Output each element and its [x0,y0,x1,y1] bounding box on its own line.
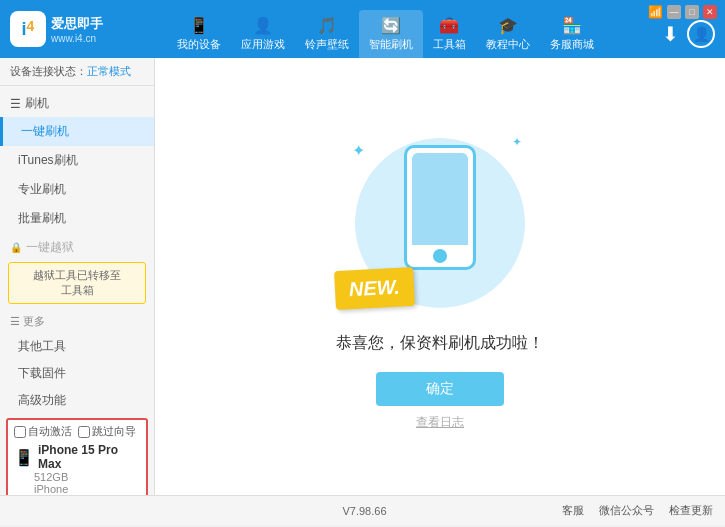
footer: V7.98.66 客服 微信公众号 检查更新 [0,495,725,525]
nav-item-ringtones[interactable]: 🎵 铃声壁纸 [295,10,359,58]
nav-item-service[interactable]: 🏪 务服商城 [540,10,604,58]
sidebar: 设备连接状态：正常模式 ☰ 刷机 一键刷机 iTunes刷机 专业刷机 批量刷机… [0,58,155,495]
footer-version: V7.98.66 [167,505,562,517]
logo-text: 爱思即手 www.i4.cn [51,15,103,44]
success-text: 恭喜您，保资料刷机成功啦！ [336,333,544,354]
footer-wechat-link[interactable]: 微信公众号 [599,503,654,518]
phone-shape [404,145,476,270]
auto-activate-checkbox[interactable] [14,426,26,438]
sparkle-icon-2: ✦ [512,135,522,149]
nav-item-my-device[interactable]: 📱 我的设备 [167,10,231,58]
wifi-icon: 📶 [648,5,663,19]
sidebar-item-download-firmware[interactable]: 下载固件 [0,360,154,387]
sidebar-item-advanced[interactable]: 高级功能 [0,387,154,414]
device-type: iPhone [14,483,140,495]
device-checkboxes: 自动激活 跳过向导 [14,424,140,439]
window-controls: 📶 — □ ✕ [648,5,717,19]
flash-section-header: ☰ 刷机 [0,90,154,117]
confirm-button[interactable]: 确定 [376,372,504,406]
nav-item-tutorial[interactable]: 🎓 教程中心 [476,10,540,58]
sidebar-item-other-tools[interactable]: 其他工具 [0,333,154,360]
device-section: 自动激活 跳过向导 📱 iPhone 15 Pro Max 512GB iPho… [6,418,148,495]
nav-item-smart-flash[interactable]: 🔄 智能刷机 [359,10,423,58]
auto-activate-label[interactable]: 自动激活 [14,424,72,439]
logo: i 4 爱思即手 www.i4.cn [10,11,103,47]
jailbreak-section: 🔒 一键越狱 越狱工具已转移至 工具箱 [0,235,154,306]
footer-update-link[interactable]: 检查更新 [669,503,713,518]
download-icon[interactable]: ⬇ [662,22,679,46]
view-log-link[interactable]: 查看日志 [416,414,464,431]
flash-section: ☰ 刷机 一键刷机 iTunes刷机 专业刷机 批量刷机 [0,90,154,233]
jailbreak-notice: 越狱工具已转移至 工具箱 [8,262,146,304]
more-section-header: ☰ 更多 [0,310,154,333]
sidebar-item-itunes-flash[interactable]: iTunes刷机 [0,146,154,175]
maximize-button[interactable]: □ [685,5,699,19]
nav-item-apps[interactable]: 👤 应用游戏 [231,10,295,58]
guide-activation-checkbox[interactable] [78,426,90,438]
sidebar-item-pro-flash[interactable]: 专业刷机 [0,175,154,204]
footer-links: 客服 微信公众号 检查更新 [562,503,713,518]
jailbreak-header: 🔒 一键越狱 [0,235,154,260]
header: 📶 — □ ✕ i 4 爱思即手 www.i4.cn 📱 我的设备 👤 应用游戏… [0,0,725,58]
sidebar-item-one-click-flash[interactable]: 一键刷机 [0,117,154,146]
header-right-actions: ⬇ 👤 [662,20,715,48]
main-content: ✦ ✦ ✦ NEW. 恭喜您，保资料刷机成功啦！ 确定 查看日志 [155,58,725,495]
sidebar-item-batch-flash[interactable]: 批量刷机 [0,204,154,233]
nav-item-toolbox[interactable]: 🧰 工具箱 [423,10,476,58]
device-status: 设备连接状态：正常模式 [0,58,154,86]
close-button[interactable]: ✕ [703,5,717,19]
sparkle-icon-1: ✦ [352,141,365,160]
logo-icon: i 4 [10,11,46,47]
device-phone-icon: 📱 [14,448,34,467]
nav-bar: 📱 我的设备 👤 应用游戏 🎵 铃声壁纸 🔄 智能刷机 🧰 工具箱 🎓 教程中心… [118,10,652,58]
device-name: iPhone 15 Pro Max [38,443,140,471]
device-info-row: 📱 iPhone 15 Pro Max [14,443,140,471]
success-illustration: ✦ ✦ ✦ NEW. [330,123,550,323]
more-section: ☰ 更多 其他工具 下载固件 高级功能 [0,310,154,414]
guide-activation-label[interactable]: 跳过向导 [78,424,136,439]
footer-support-link[interactable]: 客服 [562,503,584,518]
minimize-button[interactable]: — [667,5,681,19]
device-storage: 512GB [14,471,140,483]
user-icon[interactable]: 👤 [687,20,715,48]
new-badge: NEW. [334,266,415,309]
